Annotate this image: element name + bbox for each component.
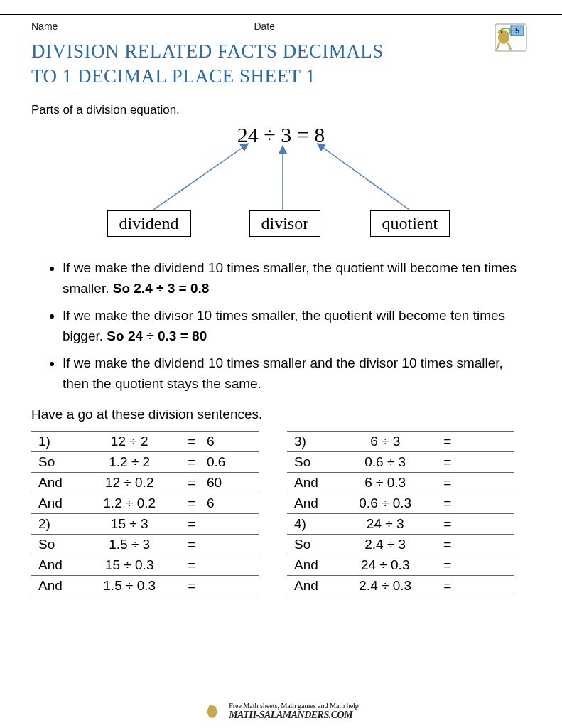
footer-tagline: Free Math sheets, Math games and Math he… [229,702,359,710]
quotient-label: quotient [370,210,450,237]
expression-cell: 0.6 ÷ 3 [334,452,437,473]
table-row: So1.2 ÷ 2=0.6 [31,452,259,473]
footer: Free Math sheets, Math games and Math he… [203,701,359,721]
answer-cell[interactable]: 6 [202,432,259,452]
list-item: If we make the dividend 10 times smaller… [63,353,524,394]
expression-cell: 6 ÷ 3 [334,432,437,452]
expression-cell: 24 ÷ 3 [334,514,437,535]
equals-cell: = [181,432,202,452]
answer-cell[interactable] [202,555,259,576]
equals-cell: = [181,493,202,514]
expression-cell: 1.2 ÷ 0.2 [78,493,181,514]
table-row: And1.5 ÷ 0.3= [31,576,259,596]
row-label: So [31,535,78,555]
answer-cell[interactable] [458,432,514,452]
row-label: And [31,493,78,514]
row-label: And [31,473,78,493]
table-row: So0.6 ÷ 3= [287,452,514,473]
answer-cell[interactable] [202,576,259,596]
row-label: And [31,576,78,596]
expression-cell: 1.5 ÷ 0.3 [78,576,181,596]
row-label: And [287,555,334,576]
table-row: And2.4 ÷ 0.3= [287,576,514,596]
equals-cell: = [181,514,202,535]
answer-cell[interactable]: 60 [202,473,259,493]
answer-cell[interactable] [458,555,514,576]
answer-cell[interactable]: 6 [202,493,259,514]
equals-cell: = [437,514,458,535]
answer-cell[interactable]: 0.6 [202,452,259,473]
table-row: And12 ÷ 0.2=60 [31,473,259,493]
dividend-label: dividend [107,210,191,237]
row-label: And [287,576,334,596]
expression-cell: 6 ÷ 0.3 [334,473,437,493]
equals-cell: = [437,432,458,452]
row-label: And [287,473,334,493]
table-row: 2)15 ÷ 3= [31,514,259,535]
table-row: And6 ÷ 0.3= [287,473,514,493]
table-row: And1.2 ÷ 0.2=6 [31,493,259,514]
expression-cell: 15 ÷ 3 [78,514,181,535]
row-label: 3) [287,432,334,452]
answer-cell[interactable] [202,535,259,555]
equation-diagram: 24 ÷ 3 = 8 dividend divisor quotient [54,123,509,237]
table-row: And0.6 ÷ 0.3= [287,493,514,514]
answer-cell[interactable] [458,473,514,493]
expression-cell: 0.6 ÷ 0.3 [334,493,437,514]
svg-point-4 [500,31,505,36]
logo-icon: 5 [494,23,528,53]
row-label: And [31,555,78,576]
equals-cell: = [437,576,458,596]
row-label: 2) [31,514,78,535]
equals-cell: = [181,452,202,473]
page-title: DIVISION RELATED FACTS DECIMALS TO 1 DEC… [31,39,531,89]
table-row: 1)12 ÷ 2=6 [31,432,259,452]
svg-line-6 [153,144,247,210]
footer-logo-icon [203,701,225,721]
answer-cell[interactable] [458,576,514,596]
answer-cell[interactable] [458,535,514,555]
name-label: Name [31,21,58,32]
expression-cell: 15 ÷ 0.3 [78,555,181,576]
svg-point-11 [210,707,211,708]
row-label: So [31,452,78,473]
table-row: So2.4 ÷ 3= [287,535,514,555]
footer-site: MATH-SALAMANDERS.COM [229,710,359,721]
date-label: Date [254,21,275,32]
row-label: So [287,452,334,473]
expression-cell: 1.2 ÷ 2 [78,452,181,473]
answer-cell[interactable] [458,493,514,514]
equals-cell: = [437,493,458,514]
answer-cell[interactable] [458,452,514,473]
equals-cell: = [437,535,458,555]
row-label: 4) [287,514,334,535]
exercise-table-left: 1)12 ÷ 2=6So1.2 ÷ 2=0.6And12 ÷ 0.2=60And… [31,431,259,596]
svg-text:5: 5 [515,26,519,35]
equals-cell: = [181,555,202,576]
list-item: If we make the divisor 10 times smaller,… [63,306,524,346]
expression-cell: 12 ÷ 0.2 [78,473,181,493]
instruction-text: Have a go at these division sentences. [31,407,531,422]
equals-cell: = [437,473,458,493]
list-item: If we make the dividend 10 times smaller… [63,258,524,299]
expression-cell: 2.4 ÷ 0.3 [334,576,437,596]
expression-cell: 24 ÷ 0.3 [334,555,437,576]
table-row: 3)6 ÷ 3= [287,432,514,452]
expression-cell: 12 ÷ 2 [78,432,181,452]
svg-point-5 [501,31,502,33]
answer-cell[interactable] [202,514,259,535]
row-label: And [287,493,334,514]
answer-cell[interactable] [458,514,514,535]
table-row: And15 ÷ 0.3= [31,555,259,576]
row-label: So [287,535,334,555]
equals-cell: = [437,452,458,473]
row-label: 1) [31,432,78,452]
bullet-list: If we make the dividend 10 times smaller… [63,258,531,394]
expression-cell: 1.5 ÷ 3 [78,535,181,555]
equals-cell: = [437,555,458,576]
equals-cell: = [181,473,202,493]
equals-cell: = [181,576,202,596]
equals-cell: = [181,535,202,555]
exercise-table-right: 3)6 ÷ 3=So0.6 ÷ 3=And6 ÷ 0.3=And0.6 ÷ 0.… [287,431,514,596]
intro-text: Parts of a division equation. [31,103,531,117]
